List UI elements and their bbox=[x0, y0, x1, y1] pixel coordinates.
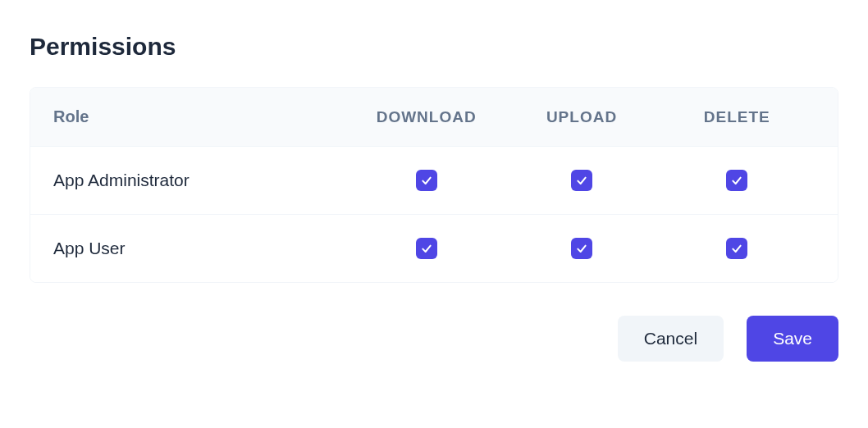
check-icon bbox=[575, 242, 588, 255]
perm-cell bbox=[660, 238, 815, 259]
perm-cell bbox=[504, 238, 659, 259]
perm-cell bbox=[504, 170, 659, 191]
header-delete: DELETE bbox=[660, 108, 815, 126]
actions-bar: Cancel Save bbox=[30, 316, 838, 362]
perm-cell bbox=[660, 170, 815, 191]
perm-cell bbox=[349, 238, 504, 259]
check-icon bbox=[420, 174, 433, 187]
upload-checkbox[interactable] bbox=[571, 238, 592, 259]
delete-checkbox[interactable] bbox=[726, 238, 747, 259]
table-row: App User bbox=[30, 214, 838, 282]
download-checkbox[interactable] bbox=[416, 238, 437, 259]
delete-checkbox[interactable] bbox=[726, 170, 747, 191]
header-role: Role bbox=[53, 107, 349, 126]
table-row: App Administrator bbox=[30, 146, 838, 214]
upload-checkbox[interactable] bbox=[571, 170, 592, 191]
check-icon bbox=[575, 174, 588, 187]
table-header: Role DOWNLOAD UPLOAD DELETE bbox=[30, 88, 838, 146]
perm-cell bbox=[349, 170, 504, 191]
role-label: App Administrator bbox=[53, 171, 349, 190]
check-icon bbox=[730, 174, 743, 187]
permissions-table: Role DOWNLOAD UPLOAD DELETE App Administ… bbox=[30, 87, 838, 283]
cancel-button[interactable]: Cancel bbox=[618, 316, 724, 362]
role-label: App User bbox=[53, 239, 349, 258]
check-icon bbox=[420, 242, 433, 255]
check-icon bbox=[730, 242, 743, 255]
download-checkbox[interactable] bbox=[416, 170, 437, 191]
header-upload: UPLOAD bbox=[504, 108, 659, 126]
header-download: DOWNLOAD bbox=[349, 108, 504, 126]
page-title: Permissions bbox=[30, 33, 838, 61]
save-button[interactable]: Save bbox=[747, 316, 838, 362]
